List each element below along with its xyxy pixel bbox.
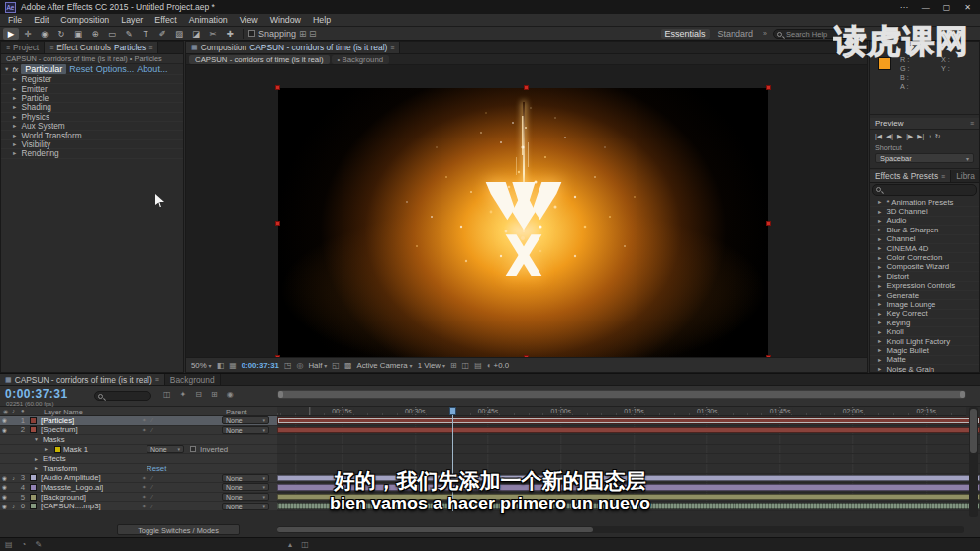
status-clock-icon[interactable]: ◔ (22, 540, 27, 549)
category-keying[interactable]: ►Keying (870, 319, 979, 327)
menu-animation[interactable]: Animation (183, 15, 234, 25)
expand-triangle-icon[interactable]: ► (877, 199, 882, 205)
expand-triangle-icon[interactable]: ► (877, 357, 882, 363)
puppet-pin-tool-icon[interactable]: ✚ (222, 28, 238, 40)
panel-options-icon[interactable]: ≡ (155, 376, 159, 383)
mask-name[interactable]: Mask 1 (63, 445, 88, 454)
brush-tool-icon[interactable]: ✐ (154, 28, 170, 40)
expand-triangle-icon[interactable]: ► (877, 347, 882, 353)
category-magic-bullet[interactable]: ►Magic Bullet (870, 346, 979, 355)
group-label[interactable]: Effects (43, 454, 66, 463)
expand-triangle-icon[interactable]: ► (44, 446, 52, 452)
visibility-toggle-icon[interactable]: ◉ (0, 427, 9, 433)
parent-dropdown[interactable]: None (222, 426, 269, 434)
category-distort[interactable]: ►Distort (870, 272, 979, 281)
collapse-triangle-icon[interactable]: ▼ (4, 66, 9, 72)
mask-mode-dropdown[interactable]: None (147, 445, 184, 453)
composition-canvas[interactable] (278, 88, 768, 357)
time-navigator[interactable] (277, 390, 966, 399)
tab-effects-presets[interactable]: Effects & Presets ≡ (870, 170, 951, 182)
timeline-tab-background[interactable]: Background (165, 374, 221, 385)
workspace-essentials[interactable]: Essentials (661, 29, 710, 39)
camera-select[interactable]: Active Camera▾ (356, 361, 412, 370)
pan-behind-tool-icon[interactable]: ⊕ (87, 28, 103, 40)
pen-tool-icon[interactable]: ✎ (121, 28, 137, 40)
category-color-correction[interactable]: ►Color Correction (870, 253, 979, 262)
category-composite-wizard[interactable]: ►Composite Wizard (870, 263, 979, 272)
horizontal-scrollbar-thumb[interactable] (277, 527, 593, 532)
status-grid-icon[interactable]: ◫ (301, 540, 309, 549)
parent-dropdown[interactable]: None (222, 416, 269, 424)
menu-file[interactable]: File (2, 15, 28, 25)
viewer-timecode[interactable]: 0:00:37:31 (242, 361, 279, 370)
selection-handle[interactable] (766, 221, 771, 226)
expand-triangle-icon[interactable]: ► (877, 255, 882, 261)
window-maximize-button[interactable]: ▢ (943, 3, 951, 12)
menu-layer[interactable]: Layer (115, 15, 148, 25)
current-timecode[interactable]: 0:00:37:31 (5, 387, 68, 401)
type-tool-icon[interactable]: T (138, 28, 153, 40)
snapping-checkbox-icon[interactable] (248, 30, 255, 37)
search-help-field[interactable]: Search Help (773, 29, 858, 39)
category-knoll-light-factory[interactable]: ►Knoll Light Factory (870, 337, 979, 346)
rotation-tool-icon[interactable]: ↻ (53, 28, 69, 40)
play-button[interactable]: ▶ (897, 133, 902, 140)
fast-previews-icon[interactable]: ◫ (462, 361, 470, 370)
expand-triangle-icon[interactable]: ► (877, 301, 882, 307)
timeline-button-icon[interactable]: ▤ (474, 361, 482, 370)
background-crumb[interactable]: • Background (332, 55, 390, 64)
expand-triangle-icon[interactable]: ► (877, 320, 882, 325)
layer-name[interactable]: [Particles] (39, 416, 142, 425)
tab-libraries[interactable]: Libra (951, 170, 979, 182)
eraser-tool-icon[interactable]: ◪ (188, 28, 204, 40)
selection-tool-icon[interactable]: ▶ (3, 28, 19, 40)
hand-tool-icon[interactable]: ✛ (20, 28, 36, 40)
window-more-icon[interactable]: ⋯ (900, 3, 908, 12)
panel-options-icon[interactable]: ≡ (941, 173, 945, 180)
layer-color-chip[interactable] (30, 417, 37, 424)
category-blur-sharpen[interactable]: ►Blur & Sharpen (870, 226, 979, 234)
menu-view[interactable]: View (234, 15, 264, 25)
shape-tool-icon[interactable]: ▭ (104, 28, 120, 40)
expand-triangle-icon[interactable]: ► (12, 86, 17, 92)
snap-options-icon[interactable]: ⊞ ⊟ (299, 29, 317, 39)
expand-triangle-icon[interactable]: ► (34, 456, 43, 462)
expand-triangle-icon[interactable]: ► (12, 114, 17, 120)
expand-triangle-icon[interactable]: ► (12, 150, 17, 156)
expand-triangle-icon[interactable]: ► (877, 273, 882, 279)
effect-name[interactable]: Particular (21, 64, 66, 74)
expand-triangle-icon[interactable]: ► (877, 292, 882, 298)
selection-handle[interactable] (275, 221, 280, 226)
expand-triangle-icon[interactable]: ► (877, 311, 882, 317)
navigator-end-handle[interactable] (960, 391, 965, 398)
expand-triangle-icon[interactable]: ► (877, 283, 882, 289)
reset-link[interactable]: Reset (69, 64, 93, 74)
hide-shy-layers-icon[interactable]: ⊟ (195, 390, 202, 399)
category-channel[interactable]: ►Channel (870, 235, 979, 244)
expand-triangle-icon[interactable]: ► (877, 338, 882, 344)
menu-help[interactable]: Help (307, 15, 337, 25)
horizontal-scrollbar[interactable] (277, 526, 964, 533)
panel-options-icon[interactable]: ≡ (390, 45, 394, 51)
category-generate[interactable]: ►Generate (870, 291, 979, 300)
resolution-select[interactable]: Half▾ (308, 361, 327, 370)
comp-crumb[interactable]: CAPSUN - corridors of time (is it real) (189, 55, 330, 64)
layer-color-chip[interactable] (30, 426, 37, 433)
timeline-row[interactable]: ►Mask 1NoneInverted (0, 445, 980, 455)
timeline-row[interactable]: ◉1[Particles]✦ ⁄None (0, 416, 980, 426)
tab-effect-controls[interactable]: ≡ Effect Controls Particles ≡ (45, 42, 158, 53)
expand-triangle-icon[interactable]: ▼ (34, 436, 43, 442)
snapshot-icon[interactable]: ◳ (284, 361, 292, 370)
status-menu-icon[interactable]: ▤ (5, 540, 13, 549)
panel-options-icon[interactable]: ≡ (148, 45, 152, 51)
category-audio[interactable]: ►Audio (870, 217, 979, 226)
shortcut-select[interactable]: Spacebar▾ (875, 153, 974, 163)
window-minimize-button[interactable]: — (922, 3, 930, 12)
show-channel-icon[interactable]: ◎ (296, 361, 303, 370)
previous-frame-button[interactable]: ◀| (886, 133, 893, 140)
category-noise-grain[interactable]: ►Noise & Grain (870, 365, 979, 372)
category-cinema-4d[interactable]: ►CINEMA 4D (870, 244, 979, 253)
menu-effect[interactable]: Effect (148, 15, 182, 25)
category-knoll[interactable]: ►Knoll (870, 327, 979, 336)
expand-triangle-icon[interactable]: ► (877, 245, 882, 251)
